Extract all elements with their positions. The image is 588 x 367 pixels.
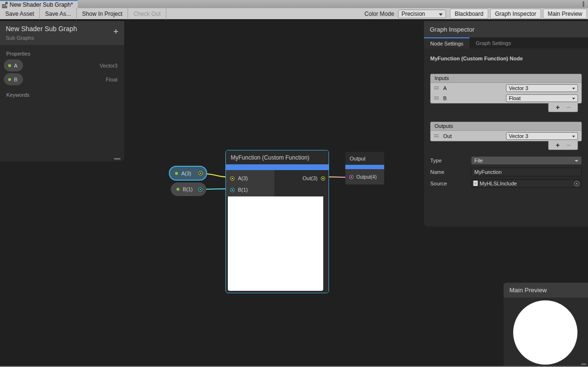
blackboard-resize-handle[interactable]	[114, 158, 120, 160]
custom-function-node[interactable]: MyFunction (Custom Function) A(3) B(1) O…	[225, 150, 329, 293]
property-row-b[interactable]: B Float	[0, 72, 124, 86]
port-a-out[interactable]	[199, 171, 203, 175]
port-output-4[interactable]	[349, 175, 353, 179]
main-preview-toggle-button[interactable]: Main Preview	[543, 9, 587, 19]
node-accent-strip	[226, 164, 329, 170]
save-asset-button[interactable]: Save Asset	[0, 8, 40, 20]
property-type: Float	[106, 77, 118, 82]
input-type-value: Float	[509, 95, 520, 101]
type-dropdown[interactable]: File	[471, 156, 582, 165]
properties-section-label: Properties	[6, 51, 124, 57]
inspector-tabs: Node Settings Graph Settings	[424, 37, 588, 48]
color-mode-dropdown[interactable]: Precision	[398, 10, 446, 18]
input-type-dropdown[interactable]: Vector 3	[506, 84, 578, 92]
node-input-column: A(3) B(1)	[226, 170, 274, 196]
toolbar: Save Asset Save As... Show In Project Ch…	[0, 8, 588, 20]
property-node-b[interactable]: B(1)	[171, 183, 206, 196]
node-output-column: Out(3)	[274, 170, 329, 196]
port-label: Output(4)	[356, 174, 376, 180]
node-title: Output	[345, 152, 384, 165]
port-label: A(3)	[238, 175, 248, 181]
output-row-out[interactable]: Out Vector 3	[431, 131, 581, 141]
output-node[interactable]: Output Output(4)	[345, 152, 384, 184]
property-pill-b[interactable]: B	[4, 73, 23, 85]
blackboard-title: New Shader Sub Graph	[6, 25, 118, 33]
input-row-a[interactable]: A Vector 3	[431, 83, 581, 93]
show-in-project-button[interactable]: Show In Project	[77, 8, 128, 20]
keywords-section-label: Keywords	[6, 92, 124, 98]
port-output-out[interactable]	[321, 176, 325, 181]
drag-handle-icon[interactable]	[434, 135, 439, 137]
main-preview-header[interactable]: Main Preview	[504, 283, 588, 298]
object-picker-icon[interactable]	[574, 181, 579, 186]
add-output-button[interactable]: +	[556, 141, 560, 149]
window-tab-bar: New Shader Sub Graph*	[0, 0, 588, 8]
name-label: Name	[430, 169, 471, 175]
property-node-label: A(3)	[181, 171, 191, 176]
blackboard-panel: New Shader Sub Graph Sub Graphs + Proper…	[0, 21, 124, 161]
property-name: B	[14, 77, 17, 82]
property-node-a[interactable]: A(3)	[169, 166, 207, 181]
name-input[interactable]: MyFunction	[471, 168, 582, 176]
source-field-row: Source MyHLSLInclude	[430, 179, 582, 188]
drag-handle-icon[interactable]	[434, 97, 439, 99]
add-property-button[interactable]: +	[113, 27, 118, 36]
property-row-a[interactable]: A Vector3	[0, 58, 124, 72]
chevron-down-icon	[572, 136, 575, 138]
input-type-value: Vector 3	[509, 85, 528, 91]
overflow-menu-icon[interactable]	[583, 1, 584, 7]
property-pill-a[interactable]: A	[4, 59, 23, 71]
name-field-row: Name MyFunction	[430, 167, 582, 176]
exposed-dot-icon	[176, 188, 179, 191]
port-input-a[interactable]	[230, 176, 235, 181]
tab-new-shader-sub-graph[interactable]: New Shader Sub Graph*	[0, 0, 78, 8]
outputs-list-header: Outputs	[431, 122, 581, 131]
node-accent-strip	[345, 165, 384, 169]
source-value: MyHLSLInclude	[480, 181, 517, 186]
remove-output-button[interactable]: −	[566, 141, 570, 149]
blackboard-toggle-button[interactable]: Blackboard	[450, 9, 488, 19]
input-row-b[interactable]: B Float	[431, 93, 581, 103]
inputs-list: Inputs A Vector 3 B Float	[430, 74, 582, 103]
input-type-dropdown[interactable]: Float	[506, 94, 578, 102]
port-b-out[interactable]	[198, 187, 202, 192]
graph-inspector-panel: Graph Inspector Node Settings Graph Sett…	[424, 21, 588, 227]
graph-inspector-toggle-button[interactable]: Graph Inspector	[490, 9, 541, 19]
preview-sphere[interactable]	[513, 300, 577, 365]
output-port-row: Output(4)	[345, 169, 384, 184]
port-label: Out(3)	[303, 175, 318, 181]
blackboard-header[interactable]: New Shader Sub Graph Sub Graphs +	[0, 21, 124, 45]
main-preview-title: Main Preview	[509, 287, 547, 294]
source-label: Source	[430, 181, 471, 186]
graph-inspector-title: Graph Inspector	[430, 26, 474, 33]
port-input-b[interactable]	[230, 188, 235, 192]
exposed-dot-icon	[175, 172, 178, 175]
output-type-value: Vector 3	[509, 133, 528, 139]
file-icon	[473, 181, 478, 186]
color-mode-label: Color Mode	[361, 11, 398, 17]
type-label: Type	[430, 158, 471, 163]
outputs-list: Outputs Out Vector 3	[430, 122, 582, 141]
output-name: Out	[443, 133, 452, 139]
chevron-down-icon	[439, 13, 443, 16]
preview-resize-handle[interactable]	[581, 364, 586, 365]
blackboard-subtitle: Sub Graphs	[6, 35, 118, 41]
name-value: MyFunction	[474, 169, 502, 175]
remove-input-button[interactable]: −	[566, 103, 570, 111]
save-as-button[interactable]: Save As...	[40, 8, 77, 20]
output-type-dropdown[interactable]: Vector 3	[506, 132, 578, 140]
outputs-list-footer: + −	[548, 141, 578, 150]
add-input-button[interactable]: +	[556, 103, 560, 111]
node-heading: MyFunction (Custom Function) Node	[430, 56, 582, 61]
drag-handle-icon[interactable]	[434, 87, 439, 89]
port-label: B(1)	[238, 187, 248, 193]
property-name: A	[14, 63, 17, 69]
tab-node-settings[interactable]: Node Settings	[424, 37, 470, 48]
source-object-field[interactable]: MyHLSLInclude	[471, 179, 582, 188]
shader-graph-icon	[2, 2, 8, 7]
graph-inspector-header[interactable]: Graph Inspector	[424, 21, 588, 37]
inspector-body: MyFunction (Custom Function) Node Inputs…	[424, 56, 588, 188]
check-out-button: Check Out	[128, 8, 166, 20]
tab-graph-settings[interactable]: Graph Settings	[470, 37, 517, 48]
output-port-row-out: Out(3)	[274, 172, 329, 184]
